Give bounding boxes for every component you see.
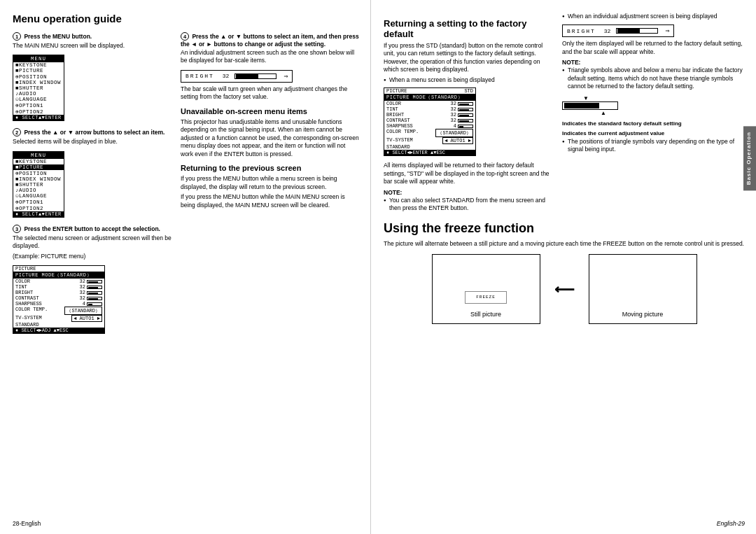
still-picture-label: Still picture — [470, 311, 501, 318]
bright-value-right: 32 — [604, 28, 611, 34]
pic-std-tvsystem-val: ◄ AUTO1 ► — [442, 137, 473, 144]
pic-std-row-standard: STANDARD — [384, 144, 475, 150]
pic1-sharp-bar: 4 — [83, 301, 102, 307]
freeze-button-box: FREEZE — [465, 291, 507, 304]
bright-fill-right — [617, 29, 640, 33]
step4-header: 4 Press the ▲ or ▼ buttons to select an … — [181, 32, 359, 48]
menu1-item-6: ♪AUDIO — [13, 91, 64, 97]
only-item-desc: Only the item displayed will be returned… — [562, 40, 745, 56]
pic-std-sharp-bar: 4 — [454, 123, 473, 129]
menu2-footer: ♦ SELCT▲▼ENTER — [13, 211, 64, 217]
menu1-item-5: ■SHUTTER — [13, 85, 64, 91]
note-right-1: Triangle symbols above and below a menu … — [562, 66, 745, 90]
pic-std-row-contrast: CONTRAST 32 — [384, 118, 475, 123]
menu2-item-3: ⊕POSITION — [13, 170, 64, 176]
pic-std-tint-label: TINT — [386, 106, 398, 112]
pic1-bright-bar: 32 — [80, 290, 102, 295]
pic-std-color-label: COLOR — [386, 101, 401, 106]
bright-bar-right: BRIGHT 32 ⇒ — [562, 24, 674, 37]
pic-std-title-left: PICTURE — [386, 88, 407, 94]
step3-title: Press the ENTER button to accept the sel… — [24, 225, 160, 232]
step4-desc: An individual adjustment screen such as … — [181, 49, 359, 65]
pic-std-colortemp-val: （STANDARD） — [435, 129, 473, 137]
step4-desc2: The bar scale will turn green when any a… — [181, 85, 359, 101]
bright-arrow-left: ⇒ — [284, 72, 288, 80]
right-two-col: Returning a setting to the factory defau… — [384, 13, 745, 214]
note-right-2: The positions of triangle symbols vary d… — [562, 138, 745, 154]
right-page: Basic Operation Returning a setting to t… — [371, 0, 756, 534]
adj-triangle-top: ▼ — [583, 95, 589, 101]
section-title: Menu operation guide — [13, 13, 359, 24]
step2-header: 2 Press the ▲ or ▼ arrow buttons to sele… — [13, 128, 174, 136]
menu2-item-9: ⊕OPTION2 — [13, 205, 64, 211]
pic1-row-color: COLOR 32 — [13, 279, 104, 284]
note2-label: NOTE: — [384, 189, 555, 196]
returning-prev-desc2: If you press the MENU button while the M… — [181, 193, 359, 209]
returning-factory-title: Returning a setting to the factory defau… — [384, 18, 555, 39]
pic-std-title-right: STD — [464, 88, 473, 94]
picture-box-1: PICTURE PICTURE MODE（STANDARD） COLOR 32 … — [13, 265, 105, 334]
moving-picture-box: Moving picture — [589, 254, 697, 324]
bright-bar-left: BRIGHT 32 ⇒ — [181, 70, 293, 83]
when-individual-displayed: When an individual adjustment screen is … — [562, 13, 745, 20]
menu1-item-3: ⊕POSITION — [13, 73, 64, 80]
adj-bar-outer — [562, 101, 618, 110]
menu1-item-4: ■INDEX WINDOW — [13, 80, 64, 85]
adj-bar-inner — [564, 103, 599, 108]
pic1-row-bright: BRIGHT 32 — [13, 290, 104, 295]
freeze-title: Using the freeze function — [384, 221, 745, 236]
indicates-standard-label: Indicates the standard factory default s… — [562, 120, 745, 127]
note-label-right: NOTE: — [562, 59, 745, 66]
when-menu-displayed: When a menu screen is being displayed — [384, 76, 555, 84]
col-right: 4 Press the ▲ or ▼ buttons to select an … — [181, 29, 359, 337]
pic-std-standard-label: STANDARD — [386, 144, 410, 150]
step1-header: 1 Press the MENU button. — [13, 32, 174, 41]
freeze-button-label: FREEZE — [476, 295, 496, 300]
pic-std-title-row: PICTURE STD — [384, 88, 475, 94]
bright-indicator-left — [234, 73, 276, 79]
menu2-item-6: ♪AUDIO — [13, 188, 64, 193]
pic1-row-standard: STANDARD — [13, 322, 104, 328]
picture-std-box: PICTURE STD PICTURE MODE（STANDARD） COLOR… — [384, 87, 476, 156]
page-number-right: English-29 — [717, 520, 745, 527]
pic1-row-tint: TINT 32 — [13, 284, 104, 290]
menu1-footer: ♦ SELCT▲▼ENTER — [13, 115, 64, 120]
adj-bar-row — [562, 101, 618, 110]
still-picture-box: FREEZE Still picture — [432, 254, 540, 324]
menu1-item-1: ■KEYSTONE — [13, 62, 64, 68]
step3-example: (Example: PICTURE menu) — [13, 253, 174, 260]
pic-std-bright-bar: 32 — [451, 112, 473, 118]
page: Menu operation guide 1 Press the MENU bu… — [0, 0, 756, 534]
pic-std-row-tint: TINT 32 — [384, 106, 475, 112]
adj-diagram: ▼ ▲ — [562, 95, 745, 116]
freeze-desc: The picture will alternate between a sti… — [384, 240, 745, 248]
step1-desc: The MAIN MENU screen will be displayed. — [13, 42, 174, 50]
pic-std-row-colortemp: COLOR TEMP. （STANDARD） — [384, 129, 475, 137]
sidebar-tab: Basic Operation — [743, 126, 756, 190]
bright-label-left: BRIGHT — [186, 73, 214, 79]
step3-header: 3 Press the ENTER button to accept the s… — [13, 225, 174, 233]
step1-number: 1 — [13, 32, 21, 41]
pic1-tint-bar: 32 — [80, 284, 102, 290]
menu2-title: MENU — [13, 152, 64, 159]
pic-std-sharp-label: SHARPNESS — [386, 123, 413, 129]
pic1-row-contrast: CONTRAST 32 — [13, 295, 104, 301]
pic1-row-tvsystem: TV-SYSTEM ◄ AUTO1 ► — [13, 315, 104, 322]
returning-prev-desc1: If you press the MENU button while a men… — [181, 175, 359, 191]
menu2-item-8: ⊕OPTION1 — [13, 199, 64, 205]
menu2-item-7: ☺LANGUAGE — [13, 193, 64, 199]
adj-triangle-bottom: ▲ — [601, 110, 606, 116]
menu2-item-2-highlighted: ■PICTURE — [13, 164, 64, 170]
moving-picture-label: Moving picture — [622, 311, 664, 318]
all-items-desc: All items displayed will be returned to … — [384, 162, 555, 185]
pic1-tint-label: TINT — [15, 284, 27, 290]
step4-title: Press the ▲ or ▼ buttons to select an it… — [181, 33, 359, 48]
bright-arrow-right: ⇒ — [665, 27, 669, 35]
pic1-colortemp-label: COLOR TEMP. — [15, 307, 48, 315]
menu1-item-9: ⊕OPTION2 — [13, 108, 64, 115]
freeze-section: Using the freeze function The picture wi… — [384, 221, 745, 330]
pic-std-footer: ♦ SELCT◄►ENTER ▲▼ESC — [384, 150, 475, 155]
page-number-left: 28-English — [13, 520, 41, 527]
pic-std-tint-bar: 32 — [451, 106, 473, 112]
pic1-tvsystem-val: ◄ AUTO1 ► — [71, 315, 102, 322]
